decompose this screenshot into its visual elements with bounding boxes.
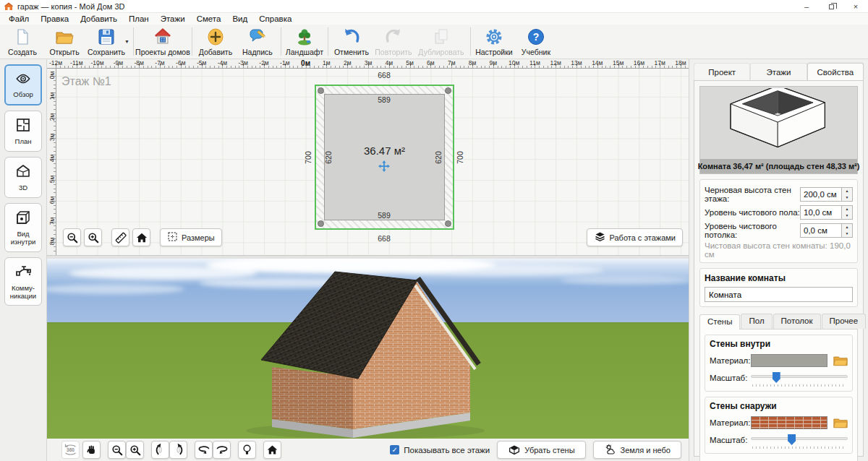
tab-floor[interactable]: Пол: [741, 314, 772, 329]
show-all-floors-checkbox[interactable]: ✓: [390, 445, 399, 454]
spinner-down-icon[interactable]: ▼: [842, 194, 852, 201]
menu-add[interactable]: Добавить: [75, 14, 123, 23]
viewport-3d[interactable]: [47, 259, 689, 439]
rotate-360-button[interactable]: 360: [61, 441, 80, 459]
sidebar-item-overview[interactable]: Обзор: [4, 64, 42, 105]
menu-edit[interactable]: Правка: [35, 14, 75, 23]
corner-handle[interactable]: [318, 87, 324, 94]
undo-button[interactable]: Отменить: [331, 25, 373, 59]
home-view-button[interactable]: [263, 441, 281, 459]
landscape-button[interactable]: Ландшафт: [284, 25, 326, 59]
zoom-in-3d-button[interactable]: [126, 441, 144, 459]
outside-scale-slider[interactable]: [751, 434, 848, 446]
work-with-floors-button[interactable]: Работа с этажами: [587, 228, 684, 246]
inside-material-swatch[interactable]: [751, 354, 827, 367]
gear-icon: [485, 27, 503, 47]
orbit-right-button[interactable]: [213, 441, 231, 459]
plan-zoom-out-button[interactable]: [63, 228, 81, 246]
menu-file[interactable]: Файл: [3, 14, 35, 23]
room-name-input[interactable]: [705, 287, 853, 302]
floor-level-input[interactable]: [800, 205, 842, 220]
slider-thumb[interactable]: [773, 372, 780, 383]
ceiling-level-input[interactable]: [800, 223, 842, 238]
folder-icon[interactable]: [833, 355, 848, 366]
label-button[interactable]: Надпись: [237, 25, 278, 59]
slider-track[interactable]: [751, 437, 848, 440]
corner-handle[interactable]: [318, 220, 324, 227]
create-button[interactable]: Создать: [1, 25, 43, 59]
add-plus-icon: [206, 27, 225, 47]
spinner-up-icon[interactable]: ▲: [842, 224, 852, 231]
wall-height-input[interactable]: [800, 187, 842, 202]
save-button[interactable]: Сохранить: [85, 25, 127, 59]
tutorial-button[interactable]: ? Учебник: [515, 25, 557, 59]
plan-2d-viewport[interactable]: Этаж №1 668 589 589 620 620 700 700 668 …: [47, 59, 689, 255]
corner-handle[interactable]: [445, 87, 451, 94]
menu-help[interactable]: Справка: [253, 14, 297, 23]
ruler-h-label: -5м: [197, 59, 206, 66]
duplicate-button[interactable]: Дублировать: [414, 25, 468, 59]
restore-button[interactable]: [819, 0, 843, 13]
spinner-control[interactable]: ▲▼: [842, 205, 853, 220]
tab-ceiling[interactable]: Потолок: [773, 314, 821, 329]
corner-handle[interactable]: [445, 220, 451, 227]
dimension-outer-left: 700: [304, 151, 312, 164]
move-room-icon[interactable]: [378, 160, 390, 175]
menu-floors[interactable]: Этажи: [155, 14, 191, 23]
plan-home-button[interactable]: [132, 228, 150, 246]
tab-floors[interactable]: Этажи: [750, 63, 807, 80]
folder-icon[interactable]: [833, 417, 848, 428]
pan-hand-button[interactable]: [82, 441, 101, 459]
orbit-left-button[interactable]: [195, 441, 213, 459]
sidebar-item-plan[interactable]: План: [4, 111, 42, 152]
ruler-h-label: 7м: [448, 59, 456, 66]
add-button[interactable]: Добавить: [195, 25, 237, 59]
save-dropdown-arrow[interactable]: ▼: [124, 39, 129, 44]
open-button[interactable]: Открыть: [43, 25, 85, 59]
spinner-up-icon[interactable]: ▲: [842, 188, 852, 194]
room-fields-card: Черновая высота стен этажа: ▲▼ Уровень ч…: [699, 179, 858, 263]
close-button[interactable]: ×: [843, 0, 868, 13]
tab-properties[interactable]: Свойства: [807, 63, 864, 80]
tab-project[interactable]: Проект: [694, 63, 750, 80]
room-floor[interactable]: [324, 94, 445, 220]
menu-view[interactable]: Вид: [226, 14, 253, 23]
measure-ruler-button[interactable]: [111, 228, 129, 246]
sidebar-item-3d[interactable]: 3D: [4, 157, 42, 198]
outside-material-swatch[interactable]: [751, 416, 827, 429]
spinner-down-icon[interactable]: ▼: [842, 231, 852, 237]
ground-sky-button[interactable]: Земля и небо: [593, 441, 681, 459]
inside-scale-slider[interactable]: [751, 372, 848, 384]
settings-button[interactable]: Настройки: [473, 25, 515, 59]
minimize-button[interactable]: –: [794, 0, 819, 13]
remove-walls-button[interactable]: Убрать стены: [497, 441, 585, 459]
tab-walls[interactable]: Стены: [699, 314, 740, 329]
menu-estimate[interactable]: Смета: [191, 14, 227, 23]
ruler-h-label: -2м: [259, 59, 268, 66]
rotate-right-button[interactable]: [169, 441, 187, 459]
net-wall-height-label: Чистовая высота стен комнаты: 190,0 см: [705, 241, 853, 259]
spinner-control[interactable]: ▲▼: [842, 223, 853, 238]
ruler-v-label: 2м: [48, 112, 56, 121]
slider-thumb[interactable]: [788, 434, 796, 445]
ruler-h-label: 16м: [634, 59, 644, 66]
zoom-out-3d-button[interactable]: [108, 441, 126, 459]
light-bulb-button[interactable]: [238, 441, 256, 459]
redo-button[interactable]: Повторить: [373, 25, 414, 59]
sidebar-item-interior-view[interactable]: Вид изнутри: [4, 203, 42, 252]
spinner-control[interactable]: ▲▼: [842, 187, 853, 202]
house-3d-icon: [14, 163, 32, 183]
spinner-up-icon[interactable]: ▲: [842, 206, 852, 212]
spinner-down-icon[interactable]: ▼: [842, 212, 852, 219]
tab-other[interactable]: Прочее: [822, 314, 867, 329]
sidebar-item-communications[interactable]: Комму-никации: [4, 257, 42, 306]
sizes-button[interactable]: Размеры: [160, 228, 222, 246]
plan-ruler-horizontal: -12м-11м-10м-9м-8м-7м-6м-5м-4м-3м-2м-1м0…: [47, 59, 689, 69]
slider-track[interactable]: [751, 375, 848, 378]
house-projects-button[interactable]: Проекты домов: [136, 25, 190, 59]
rotate-left-button[interactable]: [151, 441, 169, 459]
field-row: Уровень чистового пола: ▲▼: [705, 203, 853, 221]
faucet-icon: [14, 263, 32, 283]
plan-zoom-in-button[interactable]: [84, 228, 102, 246]
menu-plan[interactable]: План: [123, 14, 155, 23]
